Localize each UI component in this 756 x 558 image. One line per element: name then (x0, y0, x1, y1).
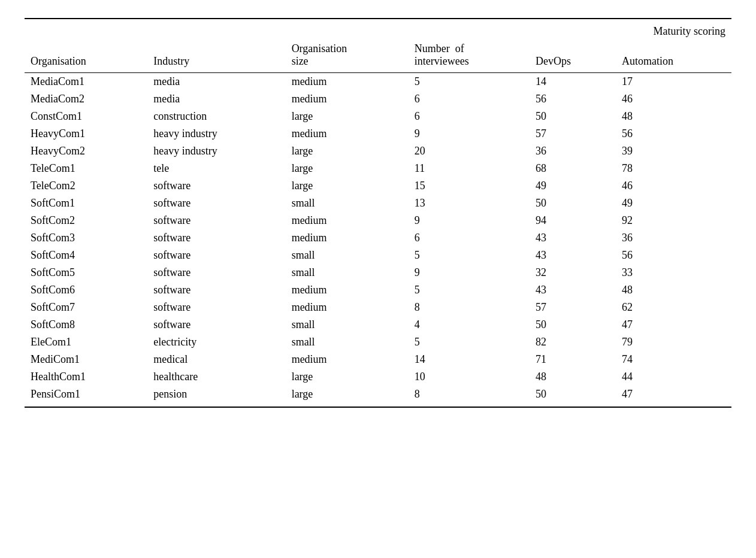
cell-industry: medical (147, 351, 285, 368)
cell-devops: 50 (530, 195, 616, 212)
cell-org_size: medium (286, 351, 409, 368)
cell-automation: 47 (616, 316, 731, 333)
cell-industry: electricity (147, 333, 285, 351)
cell-devops: 43 (530, 281, 616, 299)
table-row: SoftCom5softwaresmall93233 (25, 264, 731, 281)
cell-organisation: EleCom1 (25, 333, 147, 351)
table-row: PensiCom1pensionlarge85047 (25, 386, 731, 407)
cell-org_size: medium (286, 90, 409, 108)
cell-industry: heavy industry (147, 142, 285, 160)
cell-automation: 17 (616, 73, 731, 91)
cell-organisation: SoftCom6 (25, 281, 147, 299)
cell-organisation: SoftCom4 (25, 247, 147, 264)
cell-org_size: small (286, 333, 409, 351)
cell-devops: 43 (530, 247, 616, 264)
cell-devops: 14 (530, 73, 616, 91)
table-row: SoftCom6softwaremedium54348 (25, 281, 731, 299)
table-body: MediaCom1mediamedium51417MediaCom2mediam… (25, 73, 731, 408)
cell-org_size: small (286, 247, 409, 264)
empty-header (25, 19, 530, 40)
cell-org_size: small (286, 316, 409, 333)
table-row: MediaCom2mediamedium65646 (25, 90, 731, 108)
cell-org_size: medium (286, 281, 409, 299)
table-row: MediCom1medicalmedium147174 (25, 351, 731, 368)
cell-num_interviewees: 11 (409, 160, 530, 177)
cell-num_interviewees: 5 (409, 73, 530, 91)
cell-org_size: medium (286, 299, 409, 316)
table-row: SoftCom4softwaresmall54356 (25, 247, 731, 264)
cell-devops: 36 (530, 142, 616, 160)
cell-automation: 78 (616, 160, 731, 177)
cell-automation: 46 (616, 177, 731, 195)
cell-devops: 68 (530, 160, 616, 177)
cell-org_size: small (286, 195, 409, 212)
cell-automation: 44 (616, 368, 731, 386)
cell-devops: 94 (530, 212, 616, 229)
cell-organisation: TeleCom2 (25, 177, 147, 195)
cell-automation: 39 (616, 142, 731, 160)
cell-devops: 82 (530, 333, 616, 351)
table-row: EleCom1electricitysmall58279 (25, 333, 731, 351)
cell-devops: 32 (530, 264, 616, 281)
cell-devops: 43 (530, 229, 616, 247)
cell-org_size: medium (286, 73, 409, 91)
cell-devops: 49 (530, 177, 616, 195)
cell-organisation: MediaCom2 (25, 90, 147, 108)
cell-organisation: HealthCom1 (25, 368, 147, 386)
cell-devops: 50 (530, 108, 616, 125)
cell-num_interviewees: 8 (409, 386, 530, 407)
maturity-scoring-header: Maturity scoring (530, 19, 731, 40)
table-row: MediaCom1mediamedium51417 (25, 73, 731, 91)
cell-industry: tele (147, 160, 285, 177)
cell-automation: 46 (616, 90, 731, 108)
col-industry: Industry (147, 40, 285, 73)
cell-num_interviewees: 5 (409, 247, 530, 264)
cell-num_interviewees: 4 (409, 316, 530, 333)
cell-industry: software (147, 264, 285, 281)
cell-org_size: medium (286, 125, 409, 142)
cell-org_size: small (286, 264, 409, 281)
cell-org_size: large (286, 386, 409, 407)
column-headers-row: Organisation Industry Organisationsize N… (25, 40, 731, 73)
col-org-size: Organisationsize (286, 40, 409, 73)
cell-industry: software (147, 299, 285, 316)
cell-organisation: SoftCom2 (25, 212, 147, 229)
cell-num_interviewees: 10 (409, 368, 530, 386)
cell-automation: 74 (616, 351, 731, 368)
cell-automation: 49 (616, 195, 731, 212)
cell-organisation: MediCom1 (25, 351, 147, 368)
cell-industry: software (147, 212, 285, 229)
cell-automation: 56 (616, 247, 731, 264)
cell-automation: 62 (616, 299, 731, 316)
cell-org_size: medium (286, 229, 409, 247)
cell-industry: media (147, 90, 285, 108)
cell-devops: 57 (530, 299, 616, 316)
col-num-interviewees: Number ofinterviewees (409, 40, 530, 73)
table-row: SoftCom3softwaremedium64336 (25, 229, 731, 247)
cell-organisation: HeavyCom1 (25, 125, 147, 142)
cell-industry: software (147, 195, 285, 212)
table-row: TeleCom1telelarge116878 (25, 160, 731, 177)
cell-num_interviewees: 9 (409, 212, 530, 229)
cell-devops: 56 (530, 90, 616, 108)
cell-organisation: MediaCom1 (25, 73, 147, 91)
cell-devops: 48 (530, 368, 616, 386)
table-row: ConstCom1constructionlarge65048 (25, 108, 731, 125)
cell-num_interviewees: 9 (409, 125, 530, 142)
cell-org_size: large (286, 108, 409, 125)
cell-organisation: SoftCom3 (25, 229, 147, 247)
col-devops: DevOps (530, 40, 616, 73)
cell-num_interviewees: 14 (409, 351, 530, 368)
main-table-container: Maturity scoring Organisation Industry O… (25, 18, 731, 408)
table-row: SoftCom7softwaremedium85762 (25, 299, 731, 316)
cell-industry: healthcare (147, 368, 285, 386)
cell-organisation: PensiCom1 (25, 386, 147, 407)
cell-automation: 47 (616, 386, 731, 407)
cell-num_interviewees: 6 (409, 90, 530, 108)
cell-automation: 56 (616, 125, 731, 142)
cell-num_interviewees: 5 (409, 333, 530, 351)
cell-org_size: large (286, 160, 409, 177)
cell-devops: 50 (530, 316, 616, 333)
cell-industry: construction (147, 108, 285, 125)
cell-industry: software (147, 229, 285, 247)
